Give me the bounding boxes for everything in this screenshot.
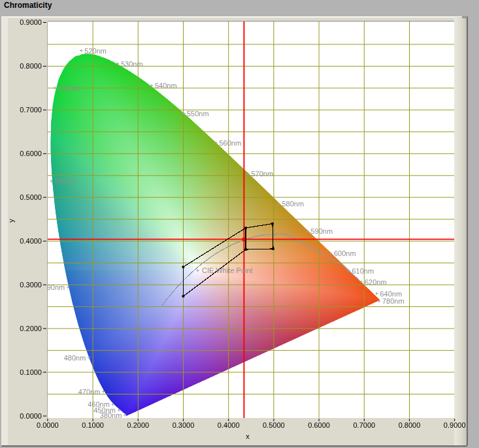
svg-text:0.5000: 0.5000 [20, 193, 42, 201]
svg-text:0.4000: 0.4000 [218, 421, 240, 429]
svg-text:0.9000: 0.9000 [20, 18, 42, 26]
svg-text:0.0000: 0.0000 [37, 421, 59, 429]
svg-text:560nm: 560nm [220, 139, 242, 147]
svg-text:640nm: 640nm [380, 290, 403, 298]
svg-text:0.6000: 0.6000 [308, 421, 330, 429]
svg-text:0.1000: 0.1000 [20, 368, 42, 376]
svg-text:0.2000: 0.2000 [20, 325, 42, 332]
svg-text:540nm: 540nm [155, 82, 177, 89]
svg-text:530nm: 530nm [121, 60, 143, 68]
svg-text:0.8000: 0.8000 [399, 421, 421, 429]
svg-text:550nm: 550nm [187, 110, 209, 118]
svg-text:500nm: 500nm [55, 177, 77, 185]
svg-text:0.4000: 0.4000 [20, 237, 42, 245]
svg-text:780nm: 780nm [382, 297, 405, 305]
svg-text:0.8000: 0.8000 [20, 62, 42, 70]
svg-text:520nm: 520nm [84, 47, 107, 55]
svg-text:620nm: 620nm [365, 278, 387, 286]
svg-text:x: x [246, 432, 250, 440]
svg-text:380nm: 380nm [100, 411, 122, 419]
svg-text:590nm: 590nm [311, 227, 333, 235]
svg-text:570nm: 570nm [252, 170, 274, 178]
svg-text:0.9000: 0.9000 [444, 421, 466, 429]
svg-text:CIE White Point: CIE White Point [202, 266, 253, 274]
svg-text:0.7000: 0.7000 [353, 421, 375, 429]
svg-text:0.2000: 0.2000 [127, 421, 149, 429]
svg-text:510nm: 510nm [58, 84, 80, 92]
svg-text:610nm: 610nm [352, 267, 374, 275]
svg-text:580nm: 580nm [282, 200, 305, 208]
svg-text:0.5000: 0.5000 [263, 421, 285, 429]
svg-text:0.0000: 0.0000 [20, 412, 42, 420]
svg-text:0.3000: 0.3000 [20, 281, 42, 289]
svg-text:0.6000: 0.6000 [20, 150, 42, 157]
svg-text:0.3000: 0.3000 [173, 421, 195, 429]
svg-text:0.1000: 0.1000 [82, 421, 104, 429]
svg-text:480nm: 480nm [64, 354, 86, 362]
svg-text:0.7000: 0.7000 [20, 106, 42, 114]
svg-text:y: y [7, 219, 15, 223]
svg-text:600nm: 600nm [334, 249, 356, 257]
svg-text:470nm: 470nm [78, 388, 101, 396]
